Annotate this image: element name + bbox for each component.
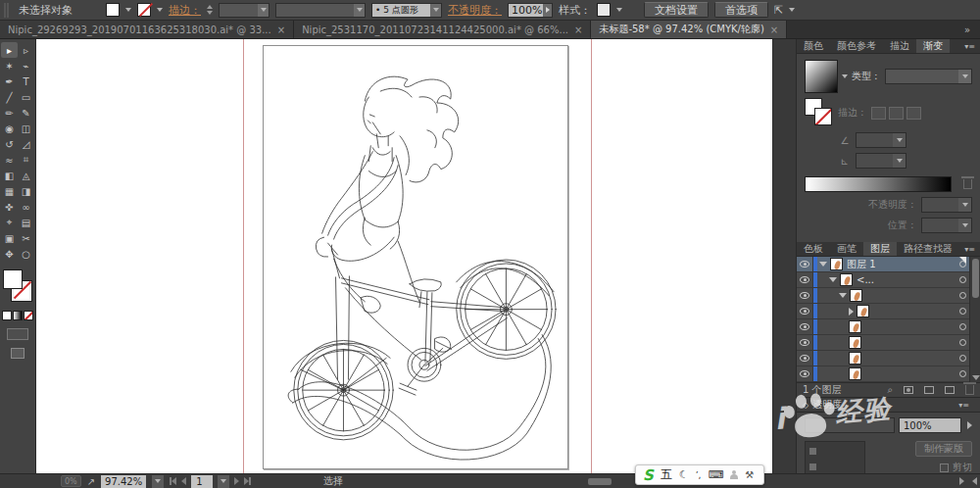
direct-selection-tool[interactable]: ▹: [18, 42, 34, 58]
artboard[interactable]: [263, 45, 568, 469]
layers-panel-menu-icon[interactable]: ▾≡: [959, 242, 980, 256]
tab-swatches[interactable]: 色板: [797, 242, 830, 256]
visibility-eye-icon[interactable]: [797, 272, 813, 287]
visibility-eye-icon[interactable]: [797, 257, 813, 271]
gradient-button[interactable]: [13, 311, 23, 320]
last-artboard-icon[interactable]: [244, 477, 251, 485]
stop-location-dropdown[interactable]: [921, 218, 972, 233]
new-sublayer-icon[interactable]: [924, 386, 934, 394]
layers-scrollbar-thumb[interactable]: [972, 259, 979, 298]
previous-artboard-icon[interactable]: [181, 477, 186, 485]
visibility-eye-icon[interactable]: [797, 366, 813, 381]
make-clipping-mask-icon[interactable]: [904, 386, 913, 394]
stroke-weight-stepper[interactable]: [207, 5, 213, 15]
doc-tab-1[interactable]: Nipic_29269293_20190701163625318030.ai* …: [0, 21, 294, 38]
transparency-opacity-arrow-icon[interactable]: [967, 421, 972, 429]
collapse-triangle-icon[interactable]: [829, 277, 837, 282]
scale-tool[interactable]: ◿: [18, 136, 34, 152]
stroke-gradient-across-icon[interactable]: [906, 107, 921, 120]
symbol-sprayer-tool[interactable]: ⌖: [1, 215, 18, 230]
stop-opacity-dropdown[interactable]: [921, 197, 972, 213]
locate-object-icon[interactable]: ⌕: [887, 384, 893, 396]
wubi-mode-icon[interactable]: 五: [661, 466, 672, 483]
slice-tool[interactable]: ✂: [18, 230, 34, 246]
layer-thumbnail[interactable]: [850, 289, 862, 302]
scroll-right-icon[interactable]: [959, 477, 964, 485]
layer-row-7[interactable]: [797, 351, 980, 366]
gradient-panel-menu-icon[interactable]: ▾≡: [959, 39, 980, 53]
brush-definition-dropdown[interactable]: • 5 点圆形: [371, 3, 442, 18]
artboard-number-field[interactable]: 1: [191, 475, 212, 488]
visibility-eye-icon[interactable]: [797, 304, 813, 318]
first-artboard-icon[interactable]: [170, 477, 176, 485]
hand-tool[interactable]: ✥: [1, 246, 18, 262]
share-export-icon[interactable]: ↗: [87, 476, 95, 487]
tab-gradient[interactable]: 渐变: [916, 39, 950, 53]
stroke-dropdown-icon[interactable]: [157, 8, 163, 12]
layer-row-2[interactable]: <...: [797, 272, 980, 288]
layer-row-8[interactable]: [797, 366, 980, 382]
paintbrush-tool[interactable]: ✏: [1, 105, 18, 121]
opacity-link[interactable]: 不透明度：: [448, 3, 502, 18]
layer-thumbnail[interactable]: [840, 273, 853, 286]
account-person-icon[interactable]: [730, 470, 738, 479]
visibility-eye-icon[interactable]: [797, 288, 813, 303]
layer-row-1[interactable]: 图层 1: [797, 257, 980, 272]
target-circle-icon[interactable]: [959, 323, 966, 330]
blend-tool[interactable]: ∞: [18, 199, 34, 215]
doc-tab-3-active[interactable]: 未标题-58* @ 97.42% (CMYK/轮廓) ×: [591, 21, 787, 38]
zoom-level-field[interactable]: 97.42%: [101, 475, 146, 488]
make-mask-button[interactable]: 制作蒙版: [915, 441, 972, 457]
layer-row-4[interactable]: [797, 304, 980, 319]
stroke-gradient-along-icon[interactable]: [889, 107, 904, 120]
punctuation-icon[interactable]: ’,: [696, 470, 702, 480]
layer-row-6[interactable]: [797, 335, 980, 351]
perspective-grid-tool[interactable]: ◬: [18, 168, 34, 183]
artboard-tool[interactable]: ▣: [1, 230, 18, 246]
expand-triangle-icon[interactable]: [849, 308, 854, 316]
tab-brushes[interactable]: 画笔: [830, 242, 863, 256]
select-similar-icon[interactable]: ⇱: [774, 4, 783, 17]
sogou-logo-icon[interactable]: S: [643, 466, 654, 484]
stroke-weight-dropdown[interactable]: [219, 3, 270, 18]
width-profile-dropdown[interactable]: [275, 3, 366, 18]
zoom-dropdown-icon[interactable]: [152, 475, 164, 488]
visibility-eye-icon[interactable]: [797, 351, 813, 366]
fill-dropdown-icon[interactable]: [125, 8, 131, 12]
layer-thumbnail[interactable]: [849, 352, 861, 365]
layer-thumbnail[interactable]: [849, 367, 861, 380]
shape-builder-tool[interactable]: ◧: [1, 168, 18, 183]
doc-tab-3-close-icon[interactable]: ×: [770, 24, 778, 35]
layer-thumbnail[interactable]: [857, 305, 869, 317]
stroke-link[interactable]: 描边：: [169, 3, 201, 18]
collapse-triangle-icon[interactable]: [839, 293, 847, 298]
free-transform-tool[interactable]: ⌗: [18, 152, 34, 168]
lasso-tool[interactable]: ⌁: [18, 58, 34, 73]
new-layer-icon[interactable]: [945, 386, 955, 394]
selection-tool[interactable]: ▸: [1, 42, 18, 58]
gradient-aspect-dropdown[interactable]: [856, 153, 906, 169]
width-tool[interactable]: ≈: [1, 152, 18, 168]
graph-tool[interactable]: ▤: [18, 215, 34, 230]
canvas-area[interactable]: [36, 39, 772, 473]
magic-wand-tool[interactable]: ✶: [1, 58, 18, 73]
line-segment-tool[interactable]: ╱: [1, 89, 18, 105]
blob-brush-tool[interactable]: ◉: [1, 121, 18, 136]
gradient-thumbnail[interactable]: [805, 60, 838, 93]
eyedropper-tool[interactable]: ✜: [1, 199, 18, 215]
drawing-mode-button[interactable]: [7, 328, 28, 340]
target-circle-icon[interactable]: [959, 339, 966, 346]
gradient-slider[interactable]: [805, 176, 952, 192]
layer-thumbnail[interactable]: [849, 320, 861, 333]
delete-stop-trash-icon[interactable]: [963, 179, 972, 189]
panel-collapse-icon[interactable]: ◇: [803, 401, 808, 410]
screen-mode-button[interactable]: [11, 348, 24, 359]
stroke-gradient-within-icon[interactable]: [871, 107, 886, 120]
gradient-type-dropdown[interactable]: [885, 69, 972, 84]
rectangle-tool[interactable]: ▭: [18, 89, 34, 105]
doc-tab-2-close-icon[interactable]: ×: [574, 24, 582, 35]
eraser-tool[interactable]: ◫: [18, 121, 34, 136]
transparency-panel-menu-icon[interactable]: ▾≡: [954, 401, 974, 410]
fullwidth-moon-icon[interactable]: ☾: [679, 468, 689, 481]
gradient-preset-dropdown-icon[interactable]: [842, 74, 848, 78]
